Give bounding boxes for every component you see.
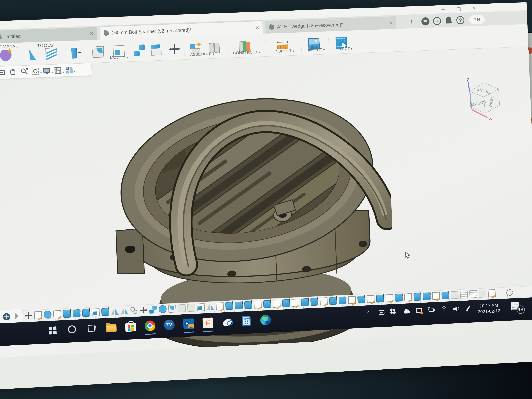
hidden-icons-chevron[interactable]: ^ (366, 310, 373, 317)
start-button[interactable] (46, 324, 59, 340)
timeline-feature-icon[interactable] (395, 294, 403, 302)
timeline-feature-icon[interactable] (187, 304, 195, 312)
fusion360-icon[interactable]: F (202, 317, 214, 332)
timeline-feature-icon[interactable] (120, 307, 128, 315)
timeline-feature-icon[interactable] (339, 297, 347, 304)
timeline-feature-icon[interactable] (244, 301, 252, 309)
timeline-feature-icon[interactable] (376, 295, 384, 303)
rip-tool-icon[interactable] (45, 48, 57, 59)
pen-icon[interactable] (465, 305, 472, 312)
fillet-tool-icon[interactable] (92, 46, 104, 58)
job-status-clock-icon[interactable] (433, 17, 441, 25)
timeline-feature-icon[interactable] (357, 296, 365, 304)
shell-tool-icon[interactable] (150, 44, 162, 56)
ribbon-tab-tools[interactable]: TOOLS (37, 43, 53, 48)
calculator-icon[interactable] (240, 315, 253, 330)
timeline-feature-icon[interactable] (82, 309, 90, 317)
timeline-feature-icon[interactable] (24, 312, 32, 320)
timeline-feature-icon[interactable] (72, 309, 81, 317)
notification-center[interactable]: 18 (511, 302, 525, 314)
task-view-button[interactable] (85, 322, 98, 338)
minimize-button[interactable] (439, 7, 447, 12)
timeline-feature-icon[interactable] (206, 303, 214, 311)
bend-tool-icon[interactable] (24, 48, 36, 60)
timeline-feature-icon[interactable] (479, 290, 487, 298)
timeline-feature-icon[interactable] (291, 299, 299, 307)
battery-icon[interactable] (428, 307, 435, 314)
timeline-feature-icon[interactable] (149, 306, 157, 314)
tab-close-icon[interactable]: ✕ (90, 31, 94, 36)
timeline-feature-icon[interactable] (488, 289, 496, 297)
inspect-group-label[interactable]: INSPECT ▾ (274, 48, 294, 54)
file-explorer-icon[interactable] (105, 321, 118, 337)
tv-app-icon[interactable]: TV (163, 318, 176, 334)
close-button[interactable]: ✕ (470, 6, 478, 11)
timeline-feature-icon[interactable] (320, 298, 328, 305)
timeline-feature-icon[interactable] (385, 294, 393, 302)
wifi-icon[interactable] (441, 306, 448, 313)
move-tool-icon[interactable] (169, 43, 180, 55)
timeline-feature-icon[interactable] (282, 299, 290, 307)
modify-group-label[interactable]: MODIFY ▾ (110, 55, 128, 60)
timeline-feature-icon[interactable] (254, 301, 262, 309)
timeline-feature-icon[interactable] (423, 292, 431, 300)
cortana-button[interactable] (66, 323, 79, 339)
volume-icon[interactable] (453, 305, 460, 312)
timeline-feature-icon[interactable] (272, 300, 280, 308)
display-sync-icon[interactable] (416, 307, 423, 314)
grid-icon[interactable]: ▾ (54, 66, 62, 75)
tab-close-icon[interactable]: ✕ (389, 20, 393, 25)
extensions-icon[interactable] (421, 17, 430, 25)
timeline-feature-icon[interactable] (329, 297, 337, 305)
timeline-feature-icon[interactable] (301, 298, 309, 306)
timeline-feature-icon[interactable] (263, 300, 271, 308)
timeline-feature-icon[interactable] (44, 311, 52, 319)
timeline-feature-icon[interactable] (34, 311, 42, 319)
timeline-feature-icon[interactable] (159, 305, 167, 313)
pan-icon[interactable] (9, 68, 17, 76)
tab-close-icon[interactable]: ✕ (255, 25, 259, 30)
timeline-playhead[interactable] (0, 309, 23, 324)
insert-group-label[interactable]: INSERT ▾ (308, 47, 325, 52)
timeline-feature-icon[interactable] (139, 306, 148, 314)
viewcube[interactable]: FRONT BOTTOM RIGHT Z X (460, 76, 500, 121)
notifications-bell-icon[interactable] (444, 16, 453, 25)
taskbar-clock[interactable]: 10:17 AM 2021-02-12 (472, 302, 506, 315)
viewports-icon[interactable]: ▾ (65, 66, 73, 74)
construct-group-label[interactable]: CONSTRUCT ▾ (233, 50, 260, 55)
timeline-feature-icon[interactable] (413, 293, 421, 301)
timeline-feature-icon[interactable] (451, 291, 458, 299)
timeline-feature-icon[interactable] (101, 308, 109, 316)
timeline-feature-icon[interactable] (63, 310, 71, 318)
timeline-feature-icon[interactable] (168, 305, 176, 313)
restore-button[interactable] (455, 6, 463, 11)
dropbox-icon[interactable] (391, 308, 398, 316)
timeline-feature-icon[interactable] (469, 290, 477, 298)
cast-icon[interactable] (378, 309, 385, 316)
timeline-feature-icon[interactable] (92, 308, 100, 317)
new-tab-button[interactable]: + (407, 17, 417, 27)
timeline-feature-icon[interactable] (367, 295, 375, 303)
edge-icon[interactable] (259, 314, 272, 329)
timeline-feature-icon[interactable] (53, 310, 61, 318)
create-flange-icon[interactable] (0, 49, 12, 61)
fit-icon[interactable]: ▾ (32, 67, 39, 76)
select-group-label[interactable]: SELECT ▾ (335, 46, 352, 51)
microsoft-store-icon[interactable] (124, 320, 137, 336)
timeline-settings-gear-icon[interactable] (506, 289, 513, 296)
onedrive-icon[interactable] (403, 308, 410, 315)
timeline-feature-icon[interactable] (348, 296, 356, 304)
user-avatar[interactable]: RH (469, 15, 485, 24)
unfold-tool-icon[interactable] (71, 47, 83, 59)
outlook-icon[interactable] (182, 318, 195, 333)
snip-tool-icon[interactable] (221, 316, 234, 331)
timeline-feature-icon[interactable] (310, 298, 318, 306)
timeline-feature-icon[interactable] (111, 307, 119, 316)
timeline-feature-icon[interactable] (235, 302, 243, 310)
display-settings-icon[interactable]: ▾ (43, 67, 51, 75)
timeline-feature-icon[interactable] (442, 291, 449, 299)
combine-tool-icon[interactable] (133, 44, 145, 56)
zoom-icon[interactable] (20, 68, 28, 76)
chrome-icon[interactable] (144, 319, 157, 335)
timeline-feature-icon[interactable] (432, 292, 440, 300)
